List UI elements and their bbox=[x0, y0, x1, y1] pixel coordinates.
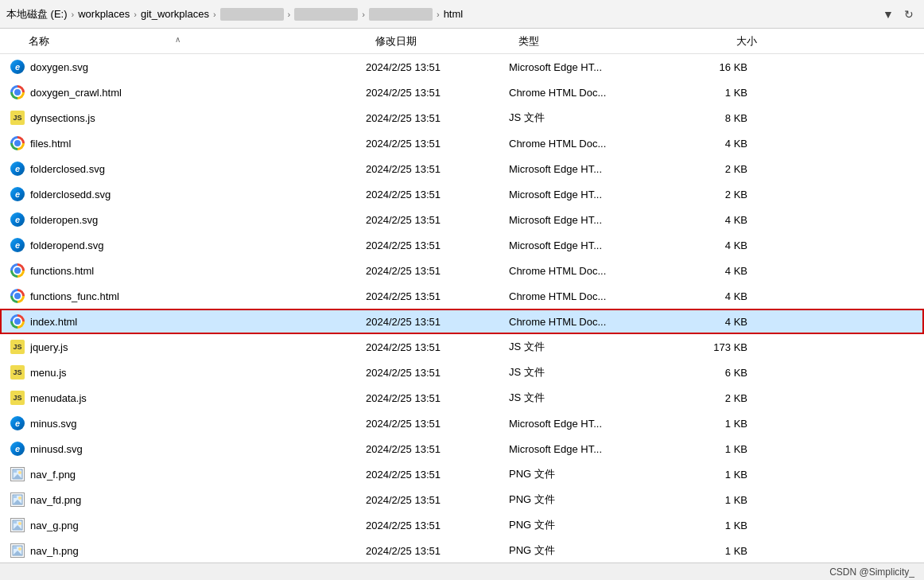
file-name-text: folderopend.svg bbox=[30, 239, 104, 251]
sep4: › bbox=[288, 10, 291, 19]
file-icon-chrome bbox=[10, 263, 25, 278]
file-date-cell: 2024/2/25 13:51 bbox=[366, 61, 509, 73]
file-icon-edge bbox=[10, 59, 25, 75]
table-row[interactable]: minus.svg 2024/2/25 13:51 Microsoft Edge… bbox=[0, 411, 924, 436]
file-size-cell: 4 KB bbox=[668, 265, 747, 277]
table-row[interactable]: folderclosedd.svg 2024/2/25 13:51 Micros… bbox=[0, 181, 924, 207]
file-icon-chrome bbox=[10, 84, 25, 100]
png-icon bbox=[10, 467, 25, 481]
file-icon-edge bbox=[10, 237, 25, 253]
file-name-text: files.html bbox=[30, 138, 71, 150]
edge-icon bbox=[10, 238, 25, 252]
table-row[interactable]: doxygen.svg 2024/2/25 13:51 Microsoft Ed… bbox=[0, 54, 924, 80]
address-bar[interactable]: 本地磁盘 (E:) › workplaces › git_workplaces … bbox=[0, 0, 924, 29]
file-name-cell: doxygen_crawl.html bbox=[10, 84, 366, 100]
table-row[interactable]: JS menu.js 2024/2/25 13:51 JS 文件 6 KB bbox=[0, 360, 924, 385]
refresh-button[interactable]: ↻ bbox=[900, 6, 918, 23]
file-size-cell: 4 KB bbox=[668, 290, 747, 302]
file-name-text: menu.js bbox=[30, 367, 67, 379]
address-bar-controls: ▼ ↻ bbox=[879, 6, 918, 23]
file-date-cell: 2024/2/25 13:51 bbox=[366, 443, 509, 455]
path-html: html bbox=[444, 8, 464, 20]
sep5: › bbox=[362, 10, 365, 19]
sep1: › bbox=[72, 10, 75, 19]
file-date-cell: 2024/2/25 13:51 bbox=[366, 163, 509, 175]
file-icon-js: JS bbox=[10, 110, 25, 126]
file-size-cell: 1 KB bbox=[668, 494, 747, 506]
chrome-icon bbox=[10, 263, 25, 278]
file-name-text: folderclosedd.svg bbox=[30, 189, 111, 200]
file-name-cell: functions_func.html bbox=[10, 288, 366, 304]
table-row[interactable]: folderopend.svg 2024/2/25 13:51 Microsof… bbox=[0, 232, 924, 258]
svg-point-15 bbox=[18, 547, 21, 551]
file-type-cell: PNG 文件 bbox=[509, 492, 668, 507]
col-header-name[interactable]: 名称 bbox=[10, 34, 375, 49]
file-type-cell: PNG 文件 bbox=[509, 543, 668, 558]
png-icon bbox=[10, 492, 25, 507]
table-row[interactable]: nav_h.png 2024/2/25 13:51 PNG 文件 1 KB bbox=[0, 538, 924, 562]
file-icon-js: JS bbox=[10, 364, 25, 380]
chrome-icon bbox=[10, 136, 25, 150]
file-date-cell: 2024/2/25 13:51 bbox=[366, 87, 509, 99]
file-date-cell: 2024/2/25 13:51 bbox=[366, 367, 509, 379]
file-name-text: menudata.js bbox=[30, 392, 87, 404]
dropdown-button[interactable]: ▼ bbox=[879, 6, 897, 23]
file-type-cell: JS 文件 bbox=[509, 340, 668, 354]
table-row[interactable]: functions.html 2024/2/25 13:51 Chrome HT… bbox=[0, 258, 924, 283]
file-icon-edge bbox=[10, 161, 25, 177]
file-name-text: minusd.svg bbox=[30, 443, 83, 455]
col-header-type[interactable]: 类型 bbox=[518, 34, 677, 49]
file-name-cell: nav_h.png bbox=[10, 543, 366, 559]
svg-rect-5 bbox=[14, 496, 17, 498]
table-row[interactable]: doxygen_crawl.html 2024/2/25 13:51 Chrom… bbox=[0, 80, 924, 105]
breadcrumb-path: 本地磁盘 (E:) › workplaces › git_workplaces … bbox=[6, 7, 876, 21]
chrome-icon bbox=[10, 314, 25, 329]
file-size-cell: 6 KB bbox=[668, 367, 747, 379]
table-row[interactable]: nav_f.png 2024/2/25 13:51 PNG 文件 1 KB bbox=[0, 461, 924, 487]
file-size-cell: 2 KB bbox=[668, 189, 747, 200]
file-date-cell: 2024/2/25 13:51 bbox=[366, 112, 509, 124]
table-row[interactable]: index.html 2024/2/25 13:51 Chrome HTML D… bbox=[0, 309, 924, 334]
col-header-size[interactable]: 大小 bbox=[677, 34, 757, 49]
file-type-cell: Chrome HTML Doc... bbox=[509, 265, 668, 277]
table-row[interactable]: folderclosed.svg 2024/2/25 13:51 Microso… bbox=[0, 156, 924, 181]
file-date-cell: 2024/2/25 13:51 bbox=[366, 392, 509, 404]
table-row[interactable]: functions_func.html 2024/2/25 13:51 Chro… bbox=[0, 283, 924, 309]
table-row[interactable]: JS jquery.js 2024/2/25 13:51 JS 文件 173 K… bbox=[0, 334, 924, 360]
table-row[interactable]: folderopen.svg 2024/2/25 13:51 Microsoft… bbox=[0, 207, 924, 232]
chrome-icon bbox=[10, 289, 25, 303]
file-name-cell: JS jquery.js bbox=[10, 339, 366, 355]
file-date-cell: 2024/2/25 13:51 bbox=[366, 520, 509, 531]
file-type-cell: JS 文件 bbox=[509, 365, 668, 380]
table-row[interactable]: nav_fd.png 2024/2/25 13:51 PNG 文件 1 KB bbox=[0, 487, 924, 512]
table-row[interactable]: nav_g.png 2024/2/25 13:51 PNG 文件 1 KB bbox=[0, 512, 924, 538]
table-row[interactable]: files.html 2024/2/25 13:51 Chrome HTML D… bbox=[0, 130, 924, 156]
table-row[interactable]: JS menudata.js 2024/2/25 13:51 JS 文件 2 K… bbox=[0, 385, 924, 411]
file-size-cell: 1 KB bbox=[668, 87, 747, 99]
file-date-cell: 2024/2/25 13:51 bbox=[366, 290, 509, 302]
status-bar: CSDN @Simplicity_ bbox=[0, 562, 924, 580]
file-name-cell: folderclosed.svg bbox=[10, 161, 366, 177]
edge-icon bbox=[10, 60, 25, 74]
png-icon bbox=[10, 543, 25, 558]
js-icon: JS bbox=[10, 391, 25, 405]
file-size-cell: 8 KB bbox=[668, 112, 747, 124]
file-date-cell: 2024/2/25 13:51 bbox=[366, 265, 509, 277]
file-name-cell: nav_fd.png bbox=[10, 492, 366, 508]
file-name-text: doxygen.svg bbox=[30, 61, 88, 73]
path-blurred-2 bbox=[294, 8, 358, 21]
file-type-cell: Microsoft Edge HT... bbox=[509, 61, 668, 73]
file-list[interactable]: doxygen.svg 2024/2/25 13:51 Microsoft Ed… bbox=[0, 54, 924, 562]
chrome-icon bbox=[10, 85, 25, 99]
png-icon bbox=[10, 518, 25, 532]
file-size-cell: 1 KB bbox=[668, 520, 747, 531]
table-row[interactable]: minusd.svg 2024/2/25 13:51 Microsoft Edg… bbox=[0, 436, 924, 461]
file-name-text: index.html bbox=[30, 316, 77, 328]
file-type-cell: Microsoft Edge HT... bbox=[509, 418, 668, 430]
table-row[interactable]: JS dynsections.js 2024/2/25 13:51 JS 文件 … bbox=[0, 105, 924, 130]
file-type-cell: Chrome HTML Doc... bbox=[509, 87, 668, 99]
col-header-date[interactable]: 修改日期 bbox=[375, 34, 518, 49]
path-workplaces: workplaces bbox=[78, 8, 130, 20]
path-blurred-3 bbox=[369, 8, 433, 21]
path-git-workplaces: git_workplaces bbox=[141, 8, 209, 20]
